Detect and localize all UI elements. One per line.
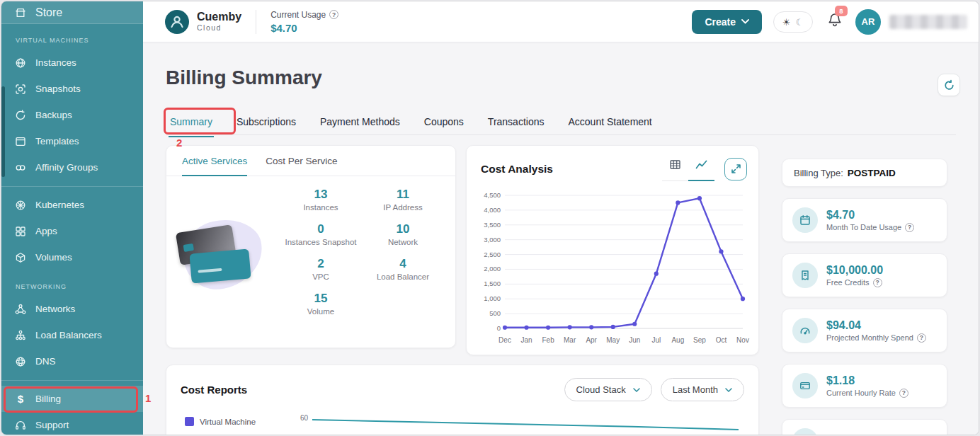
tab-coupons[interactable]: Coupons (423, 110, 465, 137)
sidebar-item-label: Billing (35, 394, 61, 404)
sidebar-item-kubernetes[interactable]: Kubernetes (1, 192, 143, 218)
sidebar: Store Virtual Machines Instances Snapsho… (1, 1, 143, 435)
current-usage-value: $4.70 (270, 22, 338, 34)
expand-chart-button[interactable] (724, 158, 747, 180)
kubernetes-icon (14, 199, 27, 212)
tab-summary[interactable]: Summary (169, 110, 214, 137)
support-icon (14, 419, 27, 432)
svg-text:Jul: Jul (651, 336, 661, 344)
sidebar-item-instances[interactable]: Instances (1, 50, 143, 76)
stat-vpc: 2 VPC (280, 257, 362, 281)
sidebar-item-label: Affinity Groups (35, 162, 98, 173)
sidebar-item-snapshots[interactable]: Snapshots (1, 76, 143, 102)
sidebar-item-store[interactable]: Store (1, 1, 143, 24)
sidebar-item-apps[interactable]: Apps (1, 218, 143, 244)
moon-icon[interactable] (796, 16, 804, 28)
projected-spend-card: $94.04 Projected Monthly Spend (782, 309, 947, 352)
chevron-down-icon (741, 19, 749, 24)
help-icon[interactable] (329, 10, 338, 19)
notifications-button[interactable]: 8 (827, 12, 843, 32)
cost-analysis-title: Cost Analysis (481, 163, 662, 176)
sidebar-item-support[interactable]: Support (1, 412, 143, 435)
billing-type-label: Billing Type: (794, 168, 843, 178)
sidebar-item-dns[interactable]: DNS (1, 348, 143, 374)
stat-instances-snapshot: 0 Instances Snapshot (280, 222, 362, 246)
month-to-date-card: $4.70 Month To Date Usage (782, 198, 947, 242)
dns-icon (14, 355, 27, 368)
cost-reports-card: Cost Reports Cloud Stack Last Month Virt… (166, 365, 759, 435)
help-icon[interactable] (873, 278, 882, 287)
table-view-button[interactable] (662, 157, 688, 180)
sidebar-divider (1, 186, 143, 187)
sidebar-item-label: Load Balancers (35, 330, 102, 340)
svg-text:Sep: Sep (693, 336, 706, 344)
brand-subtitle: Cloud (197, 23, 241, 32)
billing-type-value: POSTPAID (848, 168, 896, 178)
credit-cards-illustration (166, 205, 280, 304)
create-button-label: Create (705, 16, 736, 28)
help-icon[interactable] (905, 223, 914, 232)
help-icon[interactable] (917, 333, 926, 343)
line-chart-icon (695, 159, 707, 171)
sidebar-item-volumes[interactable]: Volumes (1, 244, 143, 270)
sun-icon[interactable] (782, 16, 791, 28)
svg-text:4,500: 4,500 (484, 191, 501, 199)
cost-reports-title: Cost Reports (181, 384, 556, 396)
chart-view-button[interactable] (688, 157, 714, 181)
tab-cost-per-service[interactable]: Cost Per Service (266, 156, 337, 176)
instances-icon (14, 57, 27, 69)
dollar-circle-icon (792, 428, 818, 435)
sidebar-item-networks[interactable]: Networks (1, 296, 143, 322)
hourly-rate-card: $1.18 Current Hourly Rate (782, 364, 947, 408)
tab-subscriptions[interactable]: Subscriptions (235, 110, 297, 137)
gauge-icon (792, 318, 818, 343)
sidebar-scrollbar[interactable] (1, 86, 5, 177)
help-icon[interactable] (899, 389, 908, 398)
tab-payment-methods[interactable]: Payment Methods (319, 110, 401, 137)
refresh-button[interactable] (938, 74, 960, 96)
svg-text:Feb: Feb (542, 336, 554, 344)
theme-toggle[interactable] (773, 11, 813, 33)
sidebar-item-billing[interactable]: Billing (1, 386, 143, 412)
billing-icon (14, 393, 27, 406)
snapshots-icon (14, 83, 27, 96)
sidebar-section-networking: Networking (16, 283, 129, 292)
card-icon (792, 373, 818, 398)
stat-ip-address: 11 IP Address (362, 188, 444, 212)
tab-account-statement[interactable]: Account Statement (566, 110, 653, 137)
notification-badge: 8 (835, 6, 848, 16)
stat-volume: 15 Volume (280, 292, 362, 316)
sidebar-item-backups[interactable]: Backups (1, 102, 143, 128)
backups-icon (14, 109, 27, 122)
store-icon (14, 6, 27, 19)
svg-text:2,000: 2,000 (484, 265, 501, 272)
sidebar-item-label: Support (35, 420, 69, 430)
tabs-divider (166, 134, 956, 135)
expand-icon (731, 164, 741, 174)
volumes-icon (14, 251, 27, 264)
sidebar-item-label: Templates (35, 136, 79, 147)
billing-type-card: Billing Type: POSTPAID (782, 159, 947, 187)
sidebar-item-affinity-groups[interactable]: Affinity Groups (1, 154, 143, 180)
apps-icon (14, 225, 27, 238)
avatar[interactable]: AR (855, 9, 881, 35)
create-button[interactable]: Create (692, 10, 762, 34)
svg-text:1,500: 1,500 (484, 280, 501, 287)
page-title: Billing Summary (166, 67, 322, 89)
cloud-stack-select[interactable]: Cloud Stack (564, 378, 652, 401)
sidebar-item-load-balancers[interactable]: Load Balancers (1, 322, 143, 348)
svg-text:2,500: 2,500 (484, 250, 501, 258)
period-select[interactable]: Last Month (661, 378, 744, 401)
tab-active-services[interactable]: Active Services (182, 156, 247, 176)
brand-logo[interactable]: Cuemby Cloud (164, 9, 241, 35)
cost-reports-line-chart (309, 414, 741, 435)
svg-text:May: May (606, 336, 620, 344)
svg-text:Aug: Aug (671, 336, 684, 344)
chevron-down-icon (725, 388, 732, 392)
tab-transactions[interactable]: Transactions (486, 110, 546, 137)
sidebar-item-templates[interactable]: Templates (1, 128, 143, 154)
stat-network: 10 Network (362, 222, 444, 246)
sidebar-item-label: Apps (35, 226, 57, 236)
app-window: Store Virtual Machines Instances Snapsho… (1, 1, 979, 435)
networks-icon (14, 303, 27, 316)
